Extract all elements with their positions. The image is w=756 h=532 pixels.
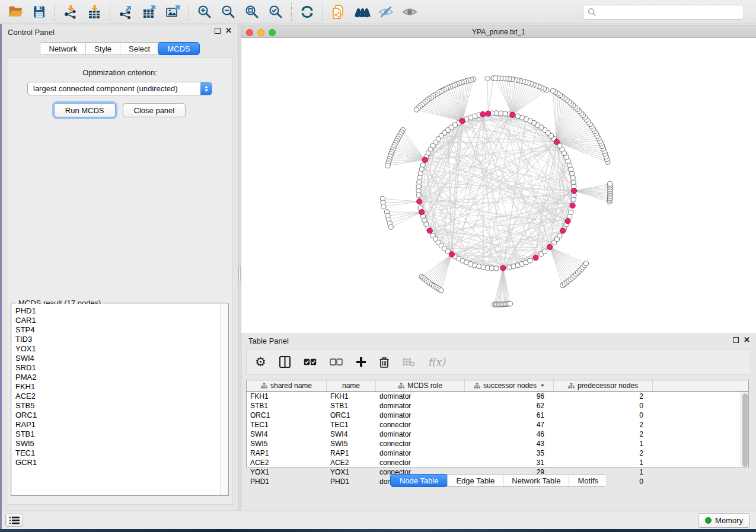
table-settings-button[interactable]: ⚙ [255,356,266,368]
network-window-titlebar[interactable]: YPA_prune.txt_1 [241,25,756,38]
column-header-shared-name[interactable]: shared name [247,380,327,391]
window-maximize-icon[interactable] [269,29,276,36]
mcds-result-item[interactable]: SWI4 [15,354,228,363]
table-row[interactable]: ACE2ACE2connector311 [247,458,748,467]
mcds-result-list[interactable]: PHD1CAR1STP4TID3YOX1SWI4SRD1PMA2FKH1ACE2… [12,304,228,495]
run-mcds-button[interactable]: Run MCDS [54,103,116,117]
export-network-button[interactable] [114,2,138,22]
mcds-result-item[interactable]: PMA2 [15,373,228,382]
table-cell: connector [376,421,465,429]
search-box[interactable] [583,5,744,20]
table-cell: 35 [465,449,554,457]
selected-criterion: largest connected component (undirected) [28,84,200,93]
table-row[interactable]: SWI5SWI5connector431 [247,439,748,448]
column-header-name[interactable]: name [327,380,376,391]
table-cell: dominator [376,411,465,419]
mcds-result-item[interactable]: ACE2 [15,392,228,401]
table-row[interactable]: FKH1FKH1dominator962 [247,392,748,401]
mcds-result-item[interactable]: SRD1 [15,363,228,373]
hide-selected-button[interactable] [374,2,398,22]
export-image-button[interactable] [161,2,185,22]
function-builder-button[interactable]: f(x) [428,356,445,368]
toolbar-separator [323,3,323,21]
mcds-result-item[interactable]: STB5 [15,401,228,411]
window-close-icon[interactable] [246,29,253,36]
mcds-result-item[interactable]: PHD1 [15,306,228,316]
table-scrollbar[interactable] [741,392,748,467]
first-neighbors-button[interactable] [350,2,374,22]
import-network-button[interactable] [59,2,82,22]
task-history-button[interactable] [5,514,23,527]
show-columns-button[interactable] [279,356,291,368]
table-cell: dominator [376,430,465,438]
tab-select[interactable]: Select [120,43,158,55]
gear-icon: ⚙ [255,356,266,368]
close-panel-icon[interactable]: ✕ [744,337,750,343]
toolbar-separator [291,3,292,21]
tab-network[interactable]: Network [40,43,85,55]
zoom-fit-icon [244,4,260,20]
column-header-mcds-role[interactable]: MCDS role [376,380,465,391]
column-header-predecessor-nodes[interactable]: predecessor nodes [554,380,653,391]
save-button[interactable] [27,2,51,22]
tab-motifs[interactable]: Motifs [569,475,607,486]
export-table-button[interactable] [138,2,161,22]
add-column-button[interactable] [356,357,366,367]
network-canvas[interactable] [241,38,756,333]
search-input[interactable] [599,8,744,17]
memory-status-icon [705,517,712,524]
tab-network-table[interactable]: Network Table [503,475,569,486]
tab-mcds[interactable]: MCDS [158,42,199,55]
mcds-result-item[interactable]: CAR1 [15,316,228,325]
open-button[interactable] [4,2,27,22]
deselect-all-button[interactable] [330,358,343,366]
select-all-button[interactable] [304,358,317,366]
column-header-successor-nodes[interactable]: successor nodes [465,380,554,391]
delete-table-button[interactable] [402,357,415,367]
tab-style[interactable]: Style [85,43,120,55]
mcds-result-item[interactable]: FKH1 [15,382,228,392]
table-row[interactable]: SWI4SWI4dominator462 [247,430,748,439]
mcds-result-item[interactable]: RAP1 [15,420,228,430]
window-minimize-icon[interactable] [257,29,264,36]
import-table-button[interactable] [82,2,106,22]
table-scrollbar-thumb[interactable] [742,393,748,467]
close-panel-icon[interactable]: ✕ [225,28,232,34]
optimization-criterion-select[interactable]: largest connected component (undirected) [27,82,212,95]
tab-edge-table[interactable]: Edge Table [447,475,503,486]
mcds-result-item[interactable]: YOX1 [15,344,228,354]
table-cell: dominator [376,392,465,400]
copy-network-button[interactable] [327,2,350,22]
memory-button[interactable]: Memory [698,513,750,528]
refresh-button[interactable] [295,2,319,22]
close-panel-button[interactable]: Close panel [123,103,186,117]
zoom-out-button[interactable] [216,2,240,22]
table-row[interactable]: RAP1RAP1dominator352 [247,448,748,458]
tab-node-table[interactable]: Node Table [390,474,448,487]
float-panel-icon[interactable] [215,28,221,34]
mcds-result-item[interactable]: SWI5 [15,439,228,448]
table-row[interactable]: TEC1TEC1connector472 [247,420,748,430]
sort-descending-icon [541,384,544,387]
mcds-result-item[interactable]: TID3 [15,335,228,344]
mcds-result-item[interactable]: GCR1 [15,458,228,467]
float-panel-icon[interactable] [733,337,739,343]
mcds-result-item[interactable]: TEC1 [15,448,228,458]
show-all-button[interactable] [398,2,422,22]
node-table: shared name name MCDS role successor nod… [246,380,749,467]
zoom-selected-button[interactable] [264,2,288,22]
mcds-result-item[interactable]: ORC1 [15,411,228,420]
mcds-result-item[interactable]: STB1 [15,430,228,439]
application-window: Control Panel ✕ Network Style Select MCD… [0,0,756,532]
table-row[interactable]: ORC1ORC1dominator610 [247,411,748,420]
plus-icon [356,357,366,367]
table-cell: 43 [465,440,554,448]
splitter-grip[interactable] [238,266,241,281]
mcds-list-scrollbar[interactable] [220,304,228,495]
mcds-result-item[interactable]: STP4 [15,325,228,335]
table-row[interactable]: STB1STB1dominator620 [247,401,748,411]
zoom-in-icon [197,4,212,20]
delete-column-button[interactable] [379,357,389,368]
zoom-fit-button[interactable] [240,2,264,22]
zoom-in-button[interactable] [193,2,216,22]
